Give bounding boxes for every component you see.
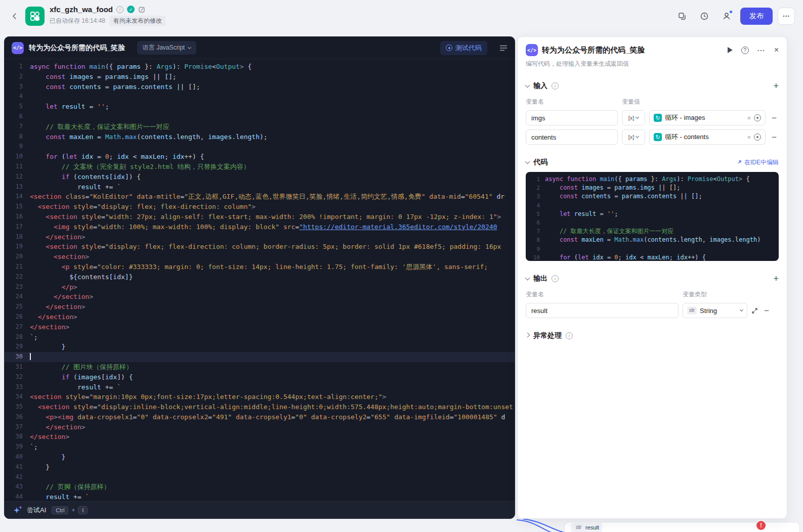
code-line: 17 <img style="width: 100%; max-width: 1…: [5, 222, 515, 232]
code-line: 10 for (let idx = 0; idx < maxLen; idx++…: [526, 253, 779, 261]
info-icon[interactable]: i: [566, 332, 573, 339]
output-section-title: 输出: [533, 274, 547, 283]
add-output-button[interactable]: +: [773, 274, 779, 283]
check-badge-icon: ✓: [127, 6, 135, 13]
edit-in-ide-link[interactable]: 在IDE中编辑: [736, 158, 779, 167]
app-icon: [25, 7, 45, 26]
topbar-actions: 发布 ···: [673, 0, 795, 32]
code-line: 35 <section style="display:inline-block;…: [5, 402, 515, 412]
editor-menu-icon[interactable]: [499, 45, 508, 52]
collaborators-icon[interactable]: [718, 8, 735, 25]
edit-icon[interactable]: [138, 6, 145, 13]
clear-icon[interactable]: ×: [747, 115, 751, 121]
info-icon[interactable]: i: [552, 82, 559, 90]
variable-type-selector[interactable]: [x]: [622, 110, 645, 125]
panel-subtitle: 编写代码，处理输入变量来生成返回值: [526, 60, 779, 68]
more-button[interactable]: ···: [778, 8, 795, 25]
code-line: 8 const maxLen = Math.max(contents.lengt…: [526, 236, 779, 244]
ai-assist-bar[interactable]: 尝试AI Ctrl+I: [5, 501, 515, 518]
back-button[interactable]: [8, 10, 21, 23]
canvas-node-chips: strresult: [571, 523, 602, 532]
test-code-button[interactable]: 测试代码: [440, 41, 487, 55]
variable-name-input[interactable]: contents: [526, 129, 618, 145]
unpublished-badge: 有尚未发布的修改: [109, 16, 166, 26]
try-ai-label: 尝试AI: [27, 506, 46, 515]
variable-chip: strresult: [571, 523, 602, 532]
line-number: 27: [5, 322, 30, 332]
line-number: 4: [5, 92, 30, 102]
input-section: 输入 i + 变量名 变量值 imgs[x]↻循环 - images×−cont…: [526, 81, 779, 145]
remove-variable-button[interactable]: −: [770, 133, 779, 142]
code-editor[interactable]: 1async function main({ params }: Args): …: [5, 59, 515, 501]
chevron-down-icon: [525, 276, 530, 281]
type-tag: str: [687, 306, 697, 315]
sparkle-icon: [14, 506, 22, 514]
open-external-icon: [736, 160, 742, 165]
code-line: 33 result += `: [5, 382, 515, 392]
line-number: 33: [5, 382, 30, 392]
line-number: 5: [526, 210, 545, 218]
variable-type-selector[interactable]: strString: [683, 303, 747, 318]
workflow-canvas[interactable]: strresult !: [516, 519, 803, 532]
output-section-header[interactable]: 输出 i +: [526, 274, 779, 283]
code-line: 14<section class="KolEditor" data-mtitle…: [5, 192, 515, 202]
code-line: 2 const images = params.imgs || [];: [5, 72, 515, 82]
line-number: 9: [526, 245, 545, 253]
help-icon[interactable]: ?: [741, 47, 749, 54]
variable-value-select[interactable]: ↻循环 - contents×: [649, 129, 766, 145]
variable-value-select[interactable]: ↻循环 - images×: [649, 110, 766, 125]
line-number: 9: [5, 142, 30, 152]
line-number: 19: [5, 242, 30, 252]
variable-type-selector[interactable]: [x]: [622, 129, 645, 145]
settings-icon[interactable]: [754, 114, 761, 121]
code-line: 42: [5, 472, 515, 482]
language-selector[interactable]: 语言 JavaScript: [137, 41, 196, 55]
code-preview[interactable]: 1async function main({ params }: Args): …: [526, 172, 779, 261]
line-number: 7: [526, 227, 545, 236]
input-section-header[interactable]: 输入 i +: [526, 81, 779, 91]
variable-name-input[interactable]: imgs: [526, 110, 618, 125]
close-icon[interactable]: ×: [774, 46, 779, 54]
code-section-header[interactable]: 代码 在IDE中编辑: [526, 158, 779, 167]
settings-icon[interactable]: [754, 134, 761, 141]
variable-value-label: 循环 - contents: [665, 132, 744, 142]
remove-variable-button[interactable]: −: [770, 114, 779, 122]
code-line: 15 <section style="display: flex; flex-d…: [5, 202, 515, 212]
info-icon[interactable]: i: [116, 6, 123, 13]
add-input-button[interactable]: +: [773, 81, 779, 91]
code-line: 21 <p style="color: #333333; margin: 0; …: [5, 262, 515, 272]
code-editor-panel: </> 转为为公众号所需的代码_笑脸 语言 JavaScript 测试代码 1a…: [4, 36, 515, 519]
info-icon[interactable]: i: [552, 275, 559, 282]
code-line: 10 for (let idx = 0; idx < maxLen; idx++…: [5, 152, 515, 162]
line-number: 40: [5, 452, 30, 462]
variable-name-input[interactable]: result: [526, 303, 679, 318]
panel-header: </> 转为为公众号所需的代码_笑脸 ? ··· ×: [526, 44, 779, 56]
chevron-down-icon: [636, 115, 639, 119]
code-line: 28`;: [5, 332, 515, 342]
variable-chip-label: result: [585, 524, 599, 530]
run-node-icon[interactable]: [728, 47, 733, 53]
line-number: 41: [5, 462, 30, 472]
expand-icon[interactable]: [751, 307, 758, 314]
code-line: 5 let result = '';: [5, 102, 515, 112]
code-node-icon: </>: [526, 44, 538, 56]
chevron-down-icon: [525, 159, 530, 164]
remove-variable-button[interactable]: −: [762, 306, 771, 315]
code-line: 3 const contents = params.contents || []…: [526, 192, 779, 201]
column-variable-name: 变量名: [526, 98, 622, 106]
line-number: 8: [5, 132, 30, 142]
duplicate-icon[interactable]: [673, 8, 691, 25]
code-line: 6: [526, 218, 779, 227]
code-line: 43 // 页脚（保持原样）: [5, 482, 515, 492]
publish-button[interactable]: 发布: [740, 8, 773, 25]
history-icon[interactable]: [696, 8, 713, 25]
more-icon[interactable]: ···: [757, 47, 766, 54]
chevron-left-icon: [11, 13, 18, 20]
output-section: 输出 i + 变量名 变量类型 resultstrString−: [526, 274, 779, 318]
exception-section-header[interactable]: 异常处理 i: [526, 331, 779, 340]
clear-icon[interactable]: ×: [747, 134, 751, 141]
project-title: xfc_gzh_wa_food: [50, 5, 113, 14]
type-tag: str: [574, 523, 583, 531]
exception-section-title: 异常处理: [533, 331, 562, 340]
line-number: 31: [5, 362, 30, 372]
